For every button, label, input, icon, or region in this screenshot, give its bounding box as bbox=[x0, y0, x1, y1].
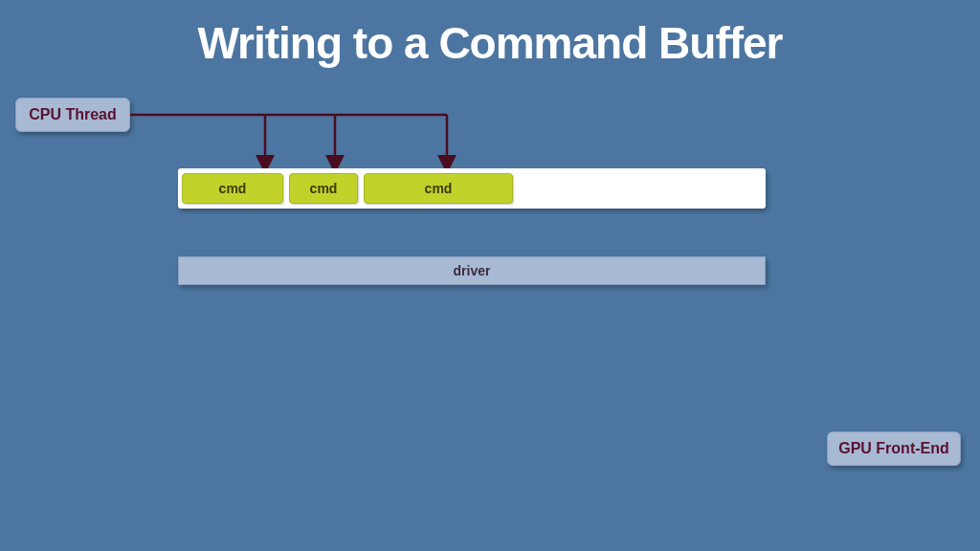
cmd-block-2: cmd bbox=[289, 173, 358, 204]
gpu-front-end-box: GPU Front-End bbox=[827, 431, 961, 466]
driver-box: driver bbox=[178, 256, 766, 285]
cmd-block-3: cmd bbox=[364, 173, 513, 204]
command-buffer: cmd cmd cmd bbox=[178, 168, 766, 209]
cpu-thread-box: CPU Thread bbox=[15, 98, 130, 132]
cmd-block-1: cmd bbox=[182, 173, 283, 204]
slide-title: Writing to a Command Buffer bbox=[0, 17, 980, 69]
